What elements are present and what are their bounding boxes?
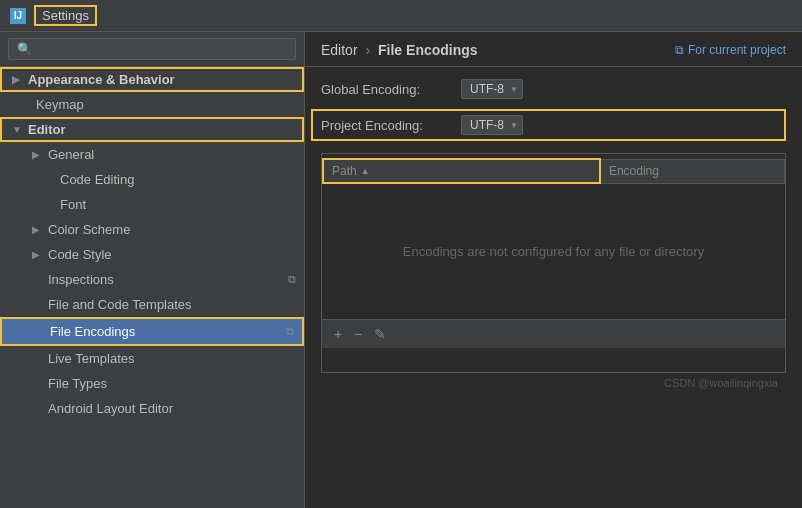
sidebar-item-color-scheme[interactable]: ▶ Color Scheme xyxy=(0,217,304,242)
edit-button[interactable]: ✎ xyxy=(370,324,390,344)
page-icon: ⧉ xyxy=(286,325,294,338)
sidebar-item-label: Color Scheme xyxy=(48,222,130,237)
sidebar-item-label: Appearance & Behavior xyxy=(28,72,175,87)
chevron-right-icon: ▶ xyxy=(32,149,44,160)
sort-asc-icon: ▲ xyxy=(361,166,370,176)
breadcrumb-current: File Encodings xyxy=(378,42,478,58)
link-text: For current project xyxy=(688,43,786,57)
encoding-column-header[interactable]: Encoding xyxy=(600,159,785,183)
sidebar-item-general[interactable]: ▶ General xyxy=(0,142,304,167)
sidebar-item-label: Editor xyxy=(28,122,66,137)
sidebar-item-file-code-templates[interactable]: File and Code Templates xyxy=(0,292,304,317)
sidebar-item-keymap[interactable]: Keymap xyxy=(0,92,304,117)
sidebar-item-live-templates[interactable]: Live Templates xyxy=(0,346,304,371)
search-box[interactable] xyxy=(0,32,304,67)
add-button[interactable]: + xyxy=(330,324,346,344)
project-encoding-row: Project Encoding: UTF-8 xyxy=(311,109,786,141)
encoding-label: Encoding xyxy=(609,164,659,178)
content-area: Editor › File Encodings ⧉ For current pr… xyxy=(305,32,802,508)
sidebar-item-editor[interactable]: ▼ Editor xyxy=(0,117,304,142)
path-column-header[interactable]: Path ▲ xyxy=(323,159,600,183)
search-input[interactable] xyxy=(8,38,296,60)
empty-table-message: Encodings are not configured for any fil… xyxy=(322,184,785,319)
sidebar-item-label: Font xyxy=(60,197,86,212)
sidebar-item-inspections[interactable]: Inspections ⧉ xyxy=(0,267,304,292)
breadcrumb-parent: Editor xyxy=(321,42,358,58)
for-current-project-link[interactable]: ⧉ For current project xyxy=(675,43,786,57)
sidebar-item-code-editing[interactable]: Code Editing xyxy=(0,167,304,192)
sidebar-item-label: General xyxy=(48,147,94,162)
breadcrumb: Editor › File Encodings xyxy=(321,42,478,58)
sidebar-item-file-types[interactable]: File Types xyxy=(0,371,304,396)
watermark: CSDN @woailinqingxia xyxy=(321,373,786,393)
global-encoding-select-wrapper: UTF-8 xyxy=(461,79,523,99)
sidebar-item-android-layout-editor[interactable]: Android Layout Editor xyxy=(0,396,304,421)
project-encoding-select-wrapper: UTF-8 xyxy=(461,115,523,135)
link-icon: ⧉ xyxy=(675,43,684,57)
sidebar-item-label: Android Layout Editor xyxy=(48,401,173,416)
path-table-area: Path ▲ Encoding Encodings are not config… xyxy=(321,153,786,373)
global-encoding-row: Global Encoding: UTF-8 xyxy=(321,79,786,99)
sidebar-item-appearance[interactable]: ▶ Appearance & Behavior xyxy=(0,67,304,92)
sidebar-item-label: Keymap xyxy=(36,97,84,112)
main-layout: ▶ Appearance & Behavior Keymap ▼ Editor … xyxy=(0,32,802,508)
remove-button[interactable]: − xyxy=(350,324,366,344)
global-encoding-select[interactable]: UTF-8 xyxy=(461,79,523,99)
sidebar: ▶ Appearance & Behavior Keymap ▼ Editor … xyxy=(0,32,305,508)
title-bar: IJ Settings xyxy=(0,0,802,32)
sidebar-item-font[interactable]: Font xyxy=(0,192,304,217)
project-encoding-label: Project Encoding: xyxy=(321,118,451,133)
sidebar-item-label: Inspections xyxy=(48,272,114,287)
sidebar-item-label: File Types xyxy=(48,376,107,391)
sidebar-item-label: File Encodings xyxy=(50,324,135,339)
app-icon-text: IJ xyxy=(14,10,22,21)
breadcrumb-separator: › xyxy=(365,42,370,58)
chevron-down-icon: ▼ xyxy=(12,124,24,135)
table-toolbar: + − ✎ xyxy=(322,319,785,348)
sidebar-item-label: File and Code Templates xyxy=(48,297,192,312)
project-encoding-select[interactable]: UTF-8 xyxy=(461,115,523,135)
sidebar-item-label: Code Editing xyxy=(60,172,134,187)
content-header: Editor › File Encodings ⧉ For current pr… xyxy=(305,32,802,67)
title-bar-title: Settings xyxy=(34,5,97,26)
sidebar-item-code-style[interactable]: ▶ Code Style xyxy=(0,242,304,267)
chevron-right-icon: ▶ xyxy=(12,74,24,85)
sidebar-item-label: Code Style xyxy=(48,247,112,262)
page-icon: ⧉ xyxy=(288,273,296,286)
path-label: Path xyxy=(332,164,357,178)
app-icon: IJ xyxy=(10,8,26,24)
path-table: Path ▲ Encoding xyxy=(322,158,785,184)
sidebar-item-file-encodings[interactable]: File Encodings ⧉ xyxy=(0,317,304,346)
chevron-right-icon: ▶ xyxy=(32,249,44,260)
global-encoding-label: Global Encoding: xyxy=(321,82,451,97)
chevron-right-icon: ▶ xyxy=(32,224,44,235)
sidebar-item-label: Live Templates xyxy=(48,351,134,366)
content-body: Global Encoding: UTF-8 Project Encoding:… xyxy=(305,67,802,508)
